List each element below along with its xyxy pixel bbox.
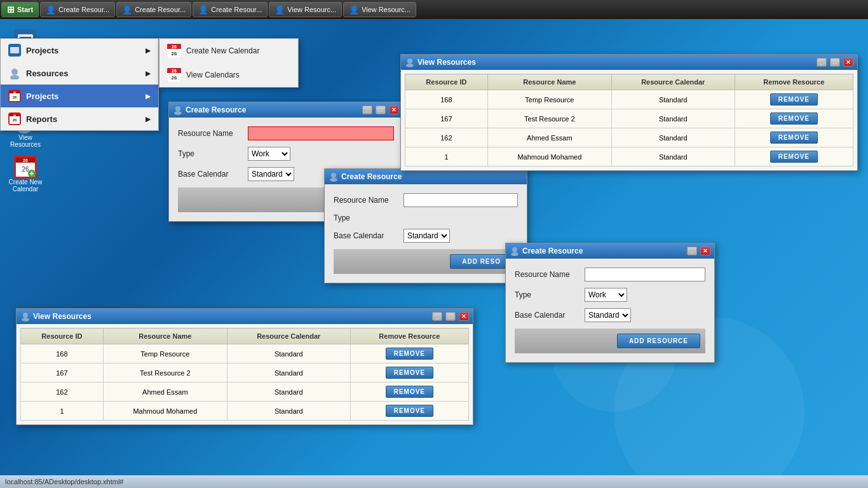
remove-button[interactable]: REMOVE [770,93,818,105]
svg-text:26: 26 [23,158,28,163]
cell-id: 162 [21,383,104,402]
view-resources-window-secondary: View Resources _ □ ✕ Resource ID Resourc… [16,308,473,425]
remove-button[interactable]: REMOVE [386,405,433,417]
view-resources-close-main[interactable]: ✕ [843,58,853,67]
table-row: 168 Temp Resource Standard REMOVE [21,344,469,363]
type-row-mid: Type [334,214,518,222]
submenu-view-calendars[interactable]: 26 26 View Calendars [159,63,298,87]
taskbar-create1[interactable]: 👤 Create Resour... [40,2,115,17]
view-resources-table-main: Resource ID Resource Name Resource Calen… [401,70,857,170]
add-resource-btn-front[interactable]: ADD RESOURCE [617,334,700,348]
start-icon: ⊞ [7,4,15,15]
create-resource-body-mid: Resource Name Type Base Calendar Standar… [325,184,527,283]
remove-button[interactable]: REMOVE [770,132,818,144]
base-calendar-select-front[interactable]: Standard [585,308,631,322]
base-calendar-label-mid: Base Calendar [334,231,403,240]
table-row: 168 Temp Resource Standard REMOVE [405,90,853,109]
view-resources-close-sec[interactable]: ✕ [459,312,469,321]
cell-calendar: Standard [611,147,735,166]
menu-item-projects2[interactable]: 26 26 Projects ▶ [1,85,158,107]
add-resource-btn-mid[interactable]: ADD RESO [450,254,513,269]
base-calendar-row-front: Base Calendar Standard [515,308,705,322]
col-resource-id-sec: Resource ID [21,329,104,344]
projects-arrow: ▶ [146,47,151,54]
create-resource-title-text-front: Create Resource [522,247,684,255]
remove-button[interactable]: REMOVE [386,386,433,398]
view-resources-title-icon-sec [20,311,31,322]
cell-calendar: Standard [611,128,735,147]
cell-remove: REMOVE [735,128,853,147]
type-label-back: Type [178,149,248,158]
svg-point-39 [406,64,414,67]
resource-name-input-back[interactable] [248,126,394,140]
view-resources-maximize-sec[interactable]: □ [445,312,456,321]
cell-id: 1 [21,402,104,421]
create-resource-titlebar-back: Create Resource _ □ ✕ [169,102,403,118]
view-resources-minimize-sec[interactable]: _ [432,312,442,321]
type-select-back[interactable]: Work Material [248,147,290,161]
window-minimize-front[interactable]: _ [687,247,697,255]
create-resource-body-front: Resource Name Type Work Material Base Ca… [506,259,714,362]
cell-name: Mahmoud Mohamed [103,402,227,421]
type-select-front[interactable]: Work Material [585,288,627,302]
resource-name-label-front: Resource Name [515,270,585,279]
view-resources-title-text-secondary: View Resources [33,312,429,321]
svg-point-40 [23,313,28,318]
table-row: 162 Ahmed Essam Standard REMOVE [21,383,469,402]
window-maximize-back[interactable]: □ [376,105,386,114]
view-resources-window-main: View Resources _ □ ✕ Resource ID Resourc… [400,54,858,171]
svg-point-37 [330,178,337,182]
submenu-create-calendar[interactable]: 26 26 Create New Calendar [159,39,298,63]
remove-button[interactable]: REMOVE [386,348,433,360]
col-remove-main: Remove Resource [735,74,853,90]
taskbar-view1[interactable]: 👤 View Resourc... [269,2,342,17]
base-calendar-select-mid[interactable]: Standard [403,229,450,243]
window-minimize-back[interactable]: _ [362,105,372,114]
resource-name-input-mid[interactable] [403,193,518,207]
taskbar-view2[interactable]: 👤 View Resourc... [343,2,416,17]
desktop-icon-create-calendar[interactable]: 26 26 Create New Calendar [0,152,51,196]
reports-menu-icon: 26 26 [8,112,21,125]
svg-point-36 [331,173,336,178]
projects2-menu-icon: 26 26 [8,90,21,102]
view-resources-title-icon [405,57,415,67]
view-resources-title-text-main: View Resources [417,58,813,67]
create-resource-titlebar-front: Create Resource _ ✕ [506,243,714,259]
menu-item-reports[interactable]: 26 26 Reports ▶ [1,107,158,130]
resource-name-input-front[interactable] [585,268,705,281]
taskbar-create2[interactable]: 👤 Create Resour... [116,2,191,17]
svg-point-42 [512,247,517,252]
window-close-back[interactable]: ✕ [389,105,399,114]
view-resources-titlebar-main: View Resources _ □ ✕ [401,55,857,70]
create-resource-footer-front: ADD RESOURCE [515,329,705,353]
remove-button[interactable]: REMOVE [770,151,818,163]
col-resource-calendar-sec: Resource Calendar [227,329,350,344]
col-resource-calendar-main: Resource Calendar [611,74,735,90]
cell-remove: REMOVE [735,90,853,109]
remove-button[interactable]: REMOVE [770,112,818,125]
cell-calendar: Standard [611,90,735,109]
view-calendars-submenu-icon: 26 26 [167,68,181,82]
cell-id: 168 [21,344,104,363]
svg-rect-21 [10,47,19,53]
taskbar-icon-4: 👤 [275,5,285,15]
cell-id: 1 [405,147,488,166]
window-close-front[interactable]: ✕ [700,247,710,255]
menu-item-resources[interactable]: Resources ▶ [1,62,158,85]
create-resource-window-front: Create Resource _ ✕ Resource Name Type W… [505,243,715,363]
table-row: 167 Test Resource 2 Standard REMOVE [405,109,853,128]
svg-point-22 [11,69,18,75]
svg-point-23 [10,75,19,79]
taskbar-create3[interactable]: 👤 Create Resour... [193,2,268,17]
cell-remove: REMOVE [350,383,468,402]
projects2-arrow: ▶ [146,93,151,100]
menu-item-projects[interactable]: Projects ▶ [1,39,158,62]
table-row: 1 Mahmoud Mohamed Standard REMOVE [21,402,469,421]
view-resources-minimize-main[interactable]: _ [817,58,827,67]
view-resources-maximize-main[interactable]: □ [830,58,840,67]
start-button[interactable]: ⊞ Start [1,2,39,17]
cell-name: Temp Resource [487,90,611,109]
remove-button[interactable]: REMOVE [386,367,433,379]
resource-name-row-back: Resource Name [178,126,394,140]
base-calendar-select-back[interactable]: Standard [248,167,294,181]
